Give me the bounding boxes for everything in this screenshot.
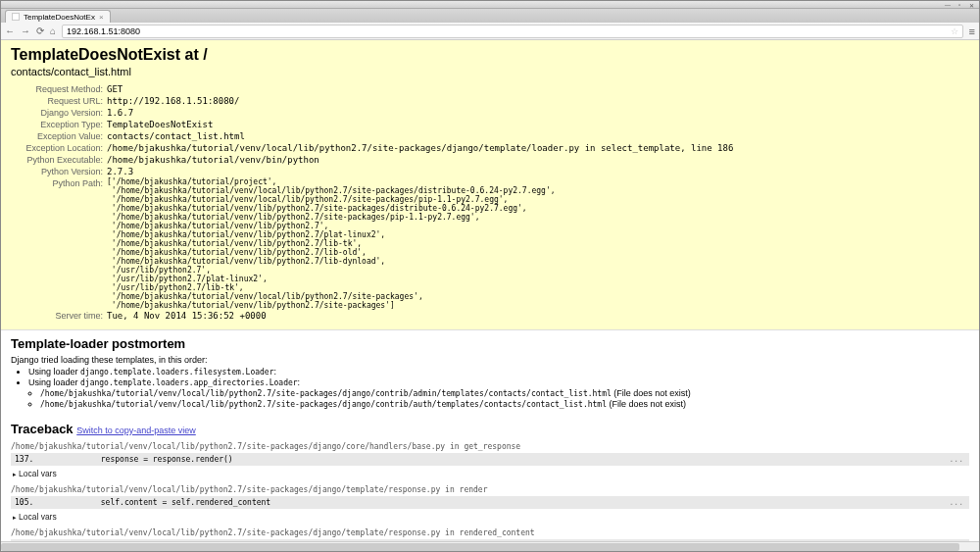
horizontal-scrollbar[interactable] [1, 541, 979, 551]
tab-close-icon[interactable]: × [99, 13, 104, 22]
home-icon[interactable]: ⌂ [50, 25, 56, 36]
bookmark-icon[interactable]: ☆ [951, 26, 958, 36]
value: TemplateDoesNotExist [107, 119, 213, 130]
label: Request Method: [19, 83, 107, 95]
switch-view-link[interactable]: Switch to copy-and-paste view [76, 426, 196, 435]
value: 2.7.3 [107, 166, 133, 177]
value: 1.6.7 [107, 107, 133, 119]
traceback-frame: /home/bjakushka/tutorial/venv/local/lib/… [11, 440, 969, 481]
postmortem-intro: Django tried loading these templates, in… [11, 355, 969, 365]
forward-icon[interactable]: → [21, 25, 30, 36]
back-icon[interactable]: ← [5, 25, 15, 36]
value: http://192.168.1.51:8080/ [107, 95, 239, 107]
traceback-frame: /home/bjakushka/tutorial/venv/local/lib/… [11, 527, 969, 541]
postmortem-section: Template-loader postmortem Django tried … [1, 330, 979, 416]
label: Python Path: [19, 177, 107, 310]
tab-bar: TemplateDoesNotEx × [1, 9, 979, 23]
label: Exception Type: [19, 119, 107, 130]
minimize-icon[interactable]: — [942, 2, 954, 8]
page-title: TemplateDoesNotExist at / [11, 46, 969, 64]
value: /home/bjakushka/tutorial/venv/local/lib/… [107, 142, 733, 154]
label: Python Version: [19, 166, 107, 177]
expand-icon[interactable]: ... [950, 455, 963, 464]
reload-icon[interactable]: ⟳ [36, 25, 44, 36]
line-number: 137. [15, 455, 44, 464]
value: contacts/contact_list.html [107, 130, 245, 142]
expand-icon[interactable]: ... [950, 498, 963, 507]
frame-location: /home/bjakushka/tutorial/venv/local/lib/… [11, 527, 969, 539]
address-bar[interactable]: 192.168.1.51:8080 ☆ [62, 25, 963, 38]
page-icon [12, 13, 20, 21]
label: Server time: [19, 310, 107, 322]
line-number: 105. [15, 498, 44, 507]
close-icon[interactable]: ✕ [965, 2, 977, 8]
loader-list: Using loader django.template.loaders.fil… [28, 367, 969, 410]
menu-icon[interactable]: ≡ [969, 25, 975, 37]
traceback-frame: /home/bjakushka/tutorial/venv/local/lib/… [11, 483, 969, 525]
maximize-icon[interactable]: ▫ [954, 2, 965, 8]
loader-item: Using loader django.template.loaders.app… [28, 377, 969, 410]
python-path: ['/home/bjakushka/tutorial/project', '/h… [107, 177, 556, 310]
frame-code[interactable]: 137. response = response.render()... [11, 453, 969, 466]
section-title: Template-loader postmortem [11, 336, 969, 351]
value: GET [107, 83, 122, 95]
section-title: Traceback Switch to copy-and-paste view [11, 422, 969, 436]
browser-window: — ▫ ✕ TemplateDoesNotEx × ← → ⟳ ⌂ 192.16… [0, 0, 980, 552]
frame-location: /home/bjakushka/tutorial/venv/local/lib/… [11, 440, 969, 453]
scrollbar-thumb[interactable] [1, 543, 959, 551]
local-vars-toggle[interactable]: Local vars [11, 509, 969, 525]
label: Exception Value: [19, 130, 107, 142]
value: Tue, 4 Nov 2014 15:36:52 +0000 [107, 310, 267, 322]
value: /home/bjakushka/tutorial/venv/bin/python [107, 154, 319, 166]
nav-toolbar: ← → ⟳ ⌂ 192.168.1.51:8080 ☆ ≡ [1, 23, 979, 40]
local-vars-toggle[interactable]: Local vars [11, 466, 969, 481]
window-titlebar: — ▫ ✕ [1, 1, 979, 9]
frame-code[interactable]: 105. self.content = self.rendered_conten… [11, 496, 969, 509]
loader-item: Using loader django.template.loaders.fil… [28, 367, 969, 377]
page-viewport[interactable]: TemplateDoesNotExist at / contacts/conta… [1, 40, 979, 541]
template-path: /home/bjakushka/tutorial/venv/local/lib/… [40, 388, 969, 399]
frame-location: /home/bjakushka/tutorial/venv/local/lib/… [11, 483, 969, 496]
label: Exception Location: [19, 142, 107, 154]
browser-tab[interactable]: TemplateDoesNotEx × [5, 10, 111, 23]
url-text: 192.168.1.51:8080 [67, 26, 140, 36]
error-summary: TemplateDoesNotExist at / contacts/conta… [1, 40, 979, 330]
label: Python Executable: [19, 154, 107, 166]
template-path: /home/bjakushka/tutorial/venv/local/lib/… [40, 399, 969, 410]
tab-title: TemplateDoesNotEx [24, 13, 95, 22]
code-text: response = response.render() [44, 455, 965, 464]
label: Django Version: [19, 107, 107, 119]
code-text: self.content = self.rendered_content [44, 498, 965, 507]
traceback-section: Traceback Switch to copy-and-paste view … [1, 416, 979, 541]
meta-table: Request Method:GET Request URL:http://19… [19, 83, 969, 322]
label: Request URL: [19, 95, 107, 107]
template-name: contacts/contact_list.html [11, 66, 969, 77]
